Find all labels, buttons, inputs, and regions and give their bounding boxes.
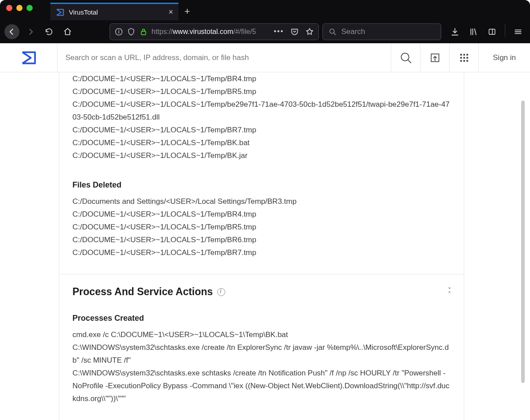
list-item: C:/DOCUME~1/<USER>~1/LOCALS~1/Temp/BR7.t… (72, 124, 450, 136)
svg-rect-12 (460, 60, 462, 62)
search-icon (328, 27, 337, 36)
search-icon (399, 51, 413, 64)
vt-logo[interactable] (0, 43, 57, 72)
tab-favicon-icon (56, 8, 64, 17)
processes-created-heading: Processes Created (72, 314, 450, 323)
window-close-button[interactable] (6, 5, 12, 11)
list-item: C:/DOCUME~1/<USER>~1/LOCALS~1/Temp/be29e… (72, 98, 450, 124)
vt-search-input[interactable] (57, 43, 391, 72)
downloads-button[interactable] (447, 24, 462, 39)
vt-apps-button[interactable] (449, 43, 478, 72)
window-controls (6, 5, 33, 11)
home-button[interactable] (60, 24, 75, 39)
library-button[interactable] (466, 24, 481, 39)
svg-rect-6 (460, 54, 462, 56)
section-header: Process And Service Actions ˅ ˄ (72, 274, 450, 302)
toolbar-separator (505, 24, 505, 37)
files-deleted-heading: Files Deleted (72, 180, 450, 190)
search-placeholder: Search (341, 27, 365, 36)
url-text: https://www.virustotal.com/#/file/5 (151, 28, 256, 36)
files-deleted-list: C:/Documents and Settings/<USER>/Local S… (72, 195, 450, 274)
process-actions-card: Process And Service Actions ˅ ˄ Processe… (59, 274, 464, 420)
vt-search-button[interactable] (391, 43, 420, 72)
processes-created-list: cmd.exe /c C:\DOCUME~1\<USER>~1\LOCALS~1… (72, 328, 450, 420)
vt-header: Sign in (0, 43, 530, 72)
arrow-right-icon (26, 27, 35, 36)
content: C:/DOCUME~1/<USER>~1/LOCALS~1/Temp/BR4.t… (0, 72, 523, 420)
library-icon (469, 27, 478, 36)
list-item: C:/DOCUME~1/<USER>~1/LOCALS~1/Temp/BK.ja… (72, 149, 450, 162)
list-item: C:/DOCUME~1/<USER>~1/LOCALS~1/Temp/BR5.t… (72, 85, 450, 98)
page-scrollbar-track[interactable] (522, 43, 526, 352)
pocket-icon[interactable] (290, 27, 299, 36)
section-title-text: Process And Service Actions (72, 286, 213, 298)
reload-icon (45, 27, 53, 36)
browser-search-bar[interactable]: Search (322, 23, 441, 40)
sidebar-button[interactable] (485, 24, 500, 39)
collapse-toggle[interactable]: ˅ ˄ (448, 288, 450, 296)
browser-toolbar: https://www.virustotal.com/#/file/5 ••• … (0, 20, 530, 43)
home-icon (63, 27, 72, 36)
chevron-up-icon: ˄ (448, 292, 450, 296)
tab-virustotal[interactable]: VirusTotal × (50, 3, 178, 20)
svg-rect-1 (141, 31, 146, 35)
sigma-icon (20, 49, 37, 66)
list-item: cmd.exe /c C:\DOCUME~1\<USER>~1\LOCALS~1… (72, 328, 450, 341)
svg-rect-7 (463, 54, 465, 56)
window-minimize-button[interactable] (16, 5, 23, 11)
file-actions-card: C:/DOCUME~1/<USER>~1/LOCALS~1/Temp/BR4.t… (59, 72, 464, 274)
page-scrollbar-thumb[interactable] (521, 101, 525, 383)
vt-upload-button[interactable] (420, 43, 449, 72)
svg-rect-13 (463, 60, 465, 62)
svg-point-4 (401, 53, 409, 61)
list-item: C:/DOCUME~1/<USER>~1/LOCALS~1/Temp/BR4.t… (72, 72, 450, 85)
browser-chrome: VirusTotal × + https://www.virustotal.co… (0, 0, 530, 43)
more-icon[interactable]: ••• (274, 27, 284, 36)
sidebar-icon (488, 27, 496, 36)
info-icon[interactable] (114, 27, 123, 36)
tab-title: VirusTotal (69, 8, 164, 16)
page: Sign in C:/DOCUME~1/<USER>~1/LOCALS~1/Te… (0, 43, 530, 420)
list-item: C:/DOCUME~1/<USER>~1/LOCALS~1/Temp/BR5.t… (72, 221, 450, 233)
titlebar: VirusTotal × + (0, 0, 530, 20)
svg-rect-9 (460, 57, 462, 59)
forward-button[interactable] (23, 24, 38, 39)
section-title: Process And Service Actions (72, 286, 225, 298)
info-icon[interactable] (217, 288, 225, 296)
window-zoom-button[interactable] (26, 5, 33, 11)
tab-close-button[interactable]: × (168, 8, 173, 17)
app-menu-button[interactable] (511, 24, 526, 39)
list-item: C:/DOCUME~1/<USER>~1/LOCALS~1/Temp/BR4.t… (72, 208, 450, 221)
list-item: C:\WINDOWS\system32\schtasks.exe schtask… (72, 367, 450, 405)
new-tab-button[interactable]: + (178, 3, 196, 20)
reload-button[interactable] (42, 24, 57, 39)
svg-rect-14 (466, 60, 468, 62)
download-icon (450, 27, 459, 36)
lock-icon[interactable] (139, 27, 148, 36)
list-item: C:\WINDOWS\system32\schtasks.exe /create… (72, 341, 450, 367)
upload-icon (429, 52, 441, 64)
svg-rect-10 (463, 57, 465, 59)
address-bar[interactable]: https://www.virustotal.com/#/file/5 ••• (110, 23, 319, 40)
files-list-top: C:/DOCUME~1/<USER>~1/LOCALS~1/Temp/BR4.t… (72, 72, 450, 177)
list-item: C:/DOCUME~1/<USER>~1/LOCALS~1/Temp/BR7.t… (72, 246, 450, 259)
list-item: C:/DOCUME~1/<USER>~1/LOCALS~1/Temp/BR6.t… (72, 233, 450, 246)
back-button[interactable] (4, 24, 19, 39)
svg-rect-8 (466, 54, 468, 56)
toolbar-right (447, 24, 526, 39)
list-item: C:/Documents and Settings/<USER>/Local S… (72, 195, 450, 208)
tab-strip: VirusTotal × + (50, 0, 196, 20)
apps-grid-icon (459, 52, 469, 63)
shield-icon[interactable] (127, 27, 136, 36)
bookmark-star-icon[interactable] (305, 27, 314, 36)
arrow-left-icon (8, 27, 16, 36)
list-item: C:/DOCUME~1/<USER>~1/LOCALS~1/Temp/BK.ba… (72, 136, 450, 149)
svg-rect-11 (466, 57, 468, 59)
hamburger-icon (514, 27, 522, 36)
